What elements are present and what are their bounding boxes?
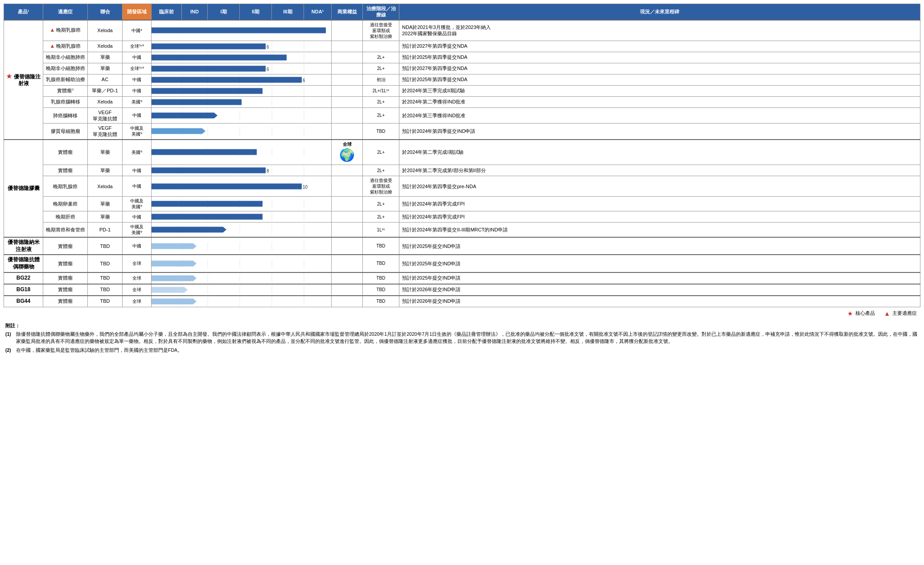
svg-rect-44 xyxy=(152,99,242,105)
commercial-cell xyxy=(332,85,363,96)
milestone-cell: 預計於2026年提交IND申請 xyxy=(399,284,920,296)
bar-cell: 6 xyxy=(152,74,332,85)
combo-cell: 單藥 xyxy=(88,165,123,176)
treatment-cell: TBD xyxy=(363,296,399,307)
bar-cell xyxy=(152,124,332,140)
commercial-cell: 全球 🌍 xyxy=(332,140,363,165)
col-phase1: I期 xyxy=(208,4,240,20)
region-cell: 全球 xyxy=(123,272,152,284)
commercial-cell xyxy=(332,255,363,272)
combo-cell: TBD xyxy=(88,296,123,307)
milestone-cell: 預計於2025年第四季提交NDA xyxy=(399,74,920,85)
note-1-num: (1) xyxy=(5,331,16,345)
combo-cell: TBD xyxy=(88,284,123,296)
note-1: (1) 除優替德隆抗體偶聯藥物屬生物藥外，我們的全部產品均屬小分子藥，且全部為自… xyxy=(5,331,919,345)
svg-marker-50 xyxy=(152,112,218,118)
commercial-cell xyxy=(332,96,363,107)
combo-cell: Xeloda xyxy=(88,96,123,107)
svg-rect-62 xyxy=(152,149,257,155)
treatment-cell: 2L+ xyxy=(363,52,399,63)
combo-cell: 單藥 xyxy=(88,52,123,63)
combo-cell: VEGF 單克隆抗體 xyxy=(88,124,123,140)
indication-cell: 實體瘤 xyxy=(43,272,88,284)
notes-title: 附註： xyxy=(5,322,919,330)
commercial-cell xyxy=(332,41,363,52)
star-legend-label: 核心產品 xyxy=(855,310,875,317)
triangle-icon: ▲ xyxy=(50,27,55,33)
milestone-cell: 於2024年第二季完成I期試驗 xyxy=(399,140,920,165)
commercial-cell xyxy=(332,20,363,41)
treatment-cell: 1L¹¹ xyxy=(363,223,399,238)
note-2: (2) 在中國，國家藥監局是監管臨床試驗的主管部門，而美國的主管部門是FDA。 xyxy=(5,347,919,354)
note-2-text: 在中國，國家藥監局是監管臨床試驗的主管部門，而美國的主管部門是FDA。 xyxy=(16,347,182,354)
indication-cell: 實體瘤 xyxy=(43,255,88,272)
treatment-cell: 2L+ xyxy=(363,96,399,107)
region-cell: 中國 xyxy=(123,85,152,96)
bar-cell xyxy=(152,140,332,165)
table-row: 晚期乳腺癌Xeloda中國10過往曾接受 蒽環類或 紫杉類治療預計於2024年第… xyxy=(4,176,920,197)
region-cell: 中國 xyxy=(123,211,152,223)
bar-cell: 8 xyxy=(152,165,332,176)
combo-cell: AC xyxy=(88,74,123,85)
commercial-cell xyxy=(332,165,363,176)
combo-cell: TBD xyxy=(88,237,123,255)
treatment-cell: TBD xyxy=(363,124,399,140)
combo-cell: 單藥 xyxy=(88,197,123,211)
svg-marker-100 xyxy=(152,243,197,249)
col-commercial: 商業權益 xyxy=(332,4,363,20)
commercial-cell xyxy=(332,272,363,284)
table-row: ★ 優替德隆注射液▲ 晚期乳腺癌Xeloda中國⁴過往曾接受 蒽環類或 紫杉類治… xyxy=(4,20,920,41)
treatment-cell xyxy=(363,41,399,52)
combo-cell: 單藥 xyxy=(88,211,123,223)
table-row: 實體瘤⁷單藥／PD-1中國2L+/1L¹¹於2024年第三季完成II期試驗 xyxy=(4,85,920,96)
milestone-cell: 預計於2024年第四季提交II-III期MRCT的IND申請 xyxy=(399,223,920,238)
table-row: BG22實體瘤TBD全球TBD預計於2025年提交IND申請 xyxy=(4,272,920,284)
bar-cell xyxy=(152,255,332,272)
legend-triangle-item: ▲ 主要適應症 xyxy=(884,310,917,317)
milestone-cell: 於2024年第二季完成第I部分和第II部分 xyxy=(399,165,920,176)
bar-cell xyxy=(152,296,332,307)
note-2-num: (2) xyxy=(5,347,16,354)
product-name-cell: 優替德隆抗體偶聯藥物 xyxy=(4,255,43,272)
svg-text:10: 10 xyxy=(303,184,308,189)
col-combo: 聯合 xyxy=(88,4,123,20)
col-preclinical: 臨床前 xyxy=(152,4,182,20)
svg-rect-31 xyxy=(152,77,302,82)
svg-marker-106 xyxy=(152,260,197,266)
table-row: 晚期非小細胞肺癌單藥中國2L+預計於2025年第四季提交NDA xyxy=(4,52,920,63)
region-cell: 中國及 美國⁹ xyxy=(123,197,152,211)
treatment-cell: TBD xyxy=(363,255,399,272)
triangle-legend-label: 主要適應症 xyxy=(892,310,917,317)
combo-cell: Xeloda xyxy=(88,20,123,41)
svg-marker-94 xyxy=(152,227,226,233)
bar-cell xyxy=(152,52,332,63)
indication-cell: ▲ 晚期乳腺癌 xyxy=(43,41,88,52)
indication-cell: 實體瘤 xyxy=(43,165,88,176)
bar-cell xyxy=(152,284,332,296)
commercial-cell xyxy=(332,284,363,296)
commercial-cell xyxy=(332,107,363,124)
legend-star-item: ★ 核心產品 xyxy=(847,310,875,317)
bar-cell: 6 xyxy=(152,63,332,74)
region-cell: 中國 xyxy=(123,176,152,197)
legend-section: ★ 核心產品 ▲ 主要適應症 xyxy=(4,310,917,317)
product-name-cell: 優替德隆膠囊 xyxy=(4,140,43,237)
globe-icon: 🌍 xyxy=(333,147,361,163)
product-name-cell: BG22 xyxy=(4,272,43,284)
milestone-cell: 於2024年第三季獲得IND批准 xyxy=(399,107,920,124)
commercial-cell xyxy=(332,52,363,63)
region-cell: 全球 xyxy=(123,296,152,307)
milestone-cell: NDA於2021年3月獲批，並於2023年納入 2022年國家醫保藥品目錄 xyxy=(399,20,920,41)
bar-cell xyxy=(152,107,332,124)
combo-cell: TBD xyxy=(88,272,123,284)
bar-cell xyxy=(152,211,332,223)
milestone-cell: 於2024年第三季完成II期試驗 xyxy=(399,85,920,96)
treatment-cell: 2L+/1L¹¹ xyxy=(363,85,399,96)
region-cell: 全球⁵˒⁹ xyxy=(123,63,152,74)
treatment-cell: 2L+ xyxy=(363,107,399,124)
region-cell: 中國⁴ xyxy=(123,20,152,41)
indication-cell: 乳腺癌腦轉移 xyxy=(43,96,88,107)
milestone-cell: 預計於2024年第四季提交pre-NDA xyxy=(399,176,920,197)
bar-cell xyxy=(152,237,332,255)
milestone-cell: 預計於2027年第四季提交NDA xyxy=(399,63,920,74)
